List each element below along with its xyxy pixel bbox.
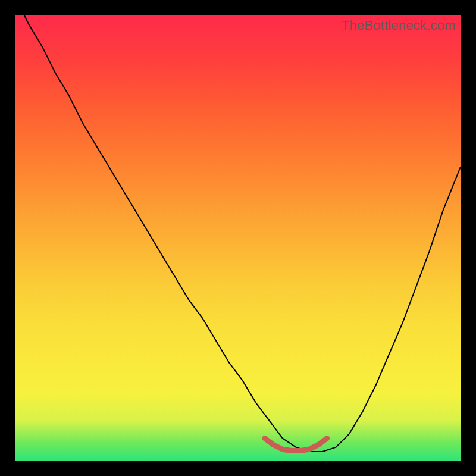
- optimal-range-marker: [265, 439, 327, 451]
- watermark-text: TheBottleneck.com: [342, 18, 456, 33]
- curve-path: [15, 0, 461, 452]
- plot-area: TheBottleneck.com: [15, 15, 461, 461]
- chart-frame: TheBottleneck.com: [0, 0, 476, 476]
- bottleneck-curve: [15, 15, 461, 461]
